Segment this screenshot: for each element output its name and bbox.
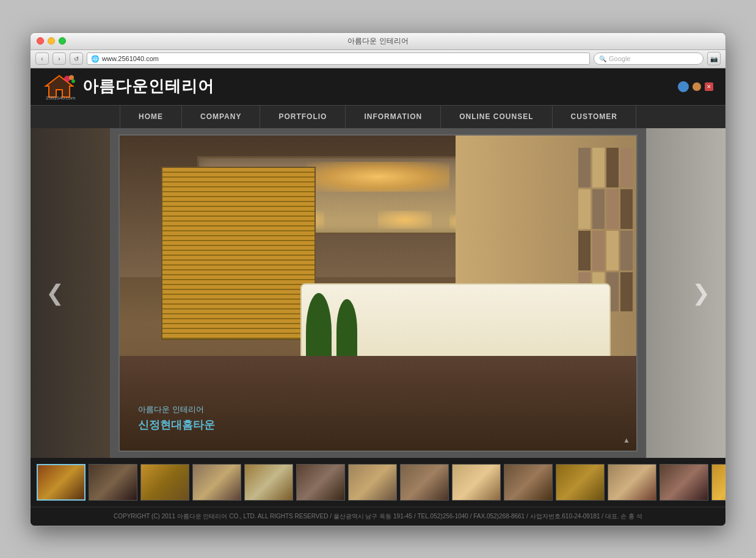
camera-icon: 📷 <box>710 56 718 62</box>
thumbnail-11[interactable] <box>556 464 605 501</box>
svg-text:2561040.com: 2561040.com <box>46 95 76 100</box>
window-title: 아름다운 인테리어 <box>347 36 408 46</box>
svg-point-4 <box>69 75 74 80</box>
nav-item-information[interactable]: INFORMATION <box>346 105 441 128</box>
slide-image <box>120 136 636 451</box>
slide-next-button[interactable]: ❯ <box>683 269 719 317</box>
thumbnail-5[interactable] <box>244 464 293 501</box>
thumbnail-6[interactable] <box>296 464 345 501</box>
sound-icon-button[interactable] <box>678 81 689 92</box>
logo-area: 2561040.com 아름다운인테리어 <box>43 73 214 100</box>
maximize-button[interactable] <box>59 37 66 45</box>
thumbnail-strip <box>31 458 725 507</box>
caption-project: 신정현대홈타운 <box>138 418 215 432</box>
thumbnail-12[interactable] <box>608 464 656 501</box>
thumbnail-9[interactable] <box>452 464 501 501</box>
thumbnail-2[interactable] <box>89 464 137 501</box>
thumbnail-13[interactable] <box>660 464 708 501</box>
title-bar: 아름다운 인테리어 <box>31 33 725 50</box>
search-bar[interactable]: 🔍 Google <box>594 53 703 65</box>
header-icons: ✕ <box>678 81 713 92</box>
site-content: 2561040.com 아름다운인테리어 ✕ HOME COMPA <box>31 68 725 526</box>
thumbnail-14[interactable] <box>711 464 725 501</box>
back-button[interactable]: ‹ <box>35 53 49 65</box>
globe-icon: 🌐 <box>91 55 100 63</box>
thumbnail-3[interactable] <box>140 464 189 501</box>
close-icon-button[interactable]: ✕ <box>705 82 713 91</box>
url-text: www.2561040.com <box>102 55 159 62</box>
svg-point-5 <box>71 79 75 83</box>
minimize-button[interactable] <box>48 37 55 45</box>
browser-window: 아름다운 인테리어 ‹ › ↺ 🌐 www.2561040.com 🔍 Goog… <box>30 32 726 526</box>
nav-item-online-counsel[interactable]: ONLINE COUNSEL <box>441 105 552 128</box>
nav-item-company[interactable]: COMPANY <box>182 105 260 128</box>
browser-nav-bar: ‹ › ↺ 🌐 www.2561040.com 🔍 Google 📷 <box>31 50 725 68</box>
address-bar[interactable]: 🌐 www.2561040.com <box>87 53 590 65</box>
logo-icon: 2561040.com <box>43 73 76 100</box>
traffic-lights <box>37 37 66 45</box>
nav-item-portfolio[interactable]: PORTFOLIO <box>260 105 346 128</box>
thumbnail-8[interactable] <box>400 464 449 501</box>
site-nav: HOME COMPANY PORTFOLIO INFORMATION ONLIN… <box>31 105 725 128</box>
slide-prev-button[interactable]: ❮ <box>37 269 73 317</box>
forward-button[interactable]: › <box>53 53 66 65</box>
slide-caption: 아름다운 인테리어 신정현대홈타운 <box>138 404 215 432</box>
slide-main: 아름다운 인테리어 신정현대홈타운 ▲ <box>118 134 638 452</box>
search-icon: 🔍 <box>599 56 606 62</box>
nav-item-home[interactable]: HOME <box>120 105 182 128</box>
slideshow-container: ❮ <box>31 128 725 458</box>
reload-button[interactable]: ↺ <box>70 53 83 65</box>
nav-item-customer[interactable]: CUSTOMER <box>553 105 636 128</box>
site-footer: COPYRIGHT (C) 2011 아름다운 인테리어 CO., LTD. A… <box>31 507 725 526</box>
footer-text: COPYRIGHT (C) 2011 아름다운 인테리어 CO., LTD. A… <box>43 512 713 521</box>
thumbnail-10[interactable] <box>504 464 553 501</box>
close-button[interactable] <box>37 37 44 45</box>
site-header: 2561040.com 아름다운인테리어 ✕ <box>31 68 725 105</box>
thumbnail-4[interactable] <box>192 464 241 501</box>
thumbnail-1[interactable] <box>37 464 85 501</box>
thumbnail-7[interactable] <box>348 464 397 501</box>
screenshot-button[interactable]: 📷 <box>707 52 721 65</box>
color-icon-button[interactable] <box>692 82 701 91</box>
site-title: 아름다운인테리어 <box>82 76 214 97</box>
slide-indicator: ▲ <box>623 436 630 444</box>
caption-brand: 아름다운 인테리어 <box>138 404 215 415</box>
search-placeholder: Google <box>609 55 630 62</box>
